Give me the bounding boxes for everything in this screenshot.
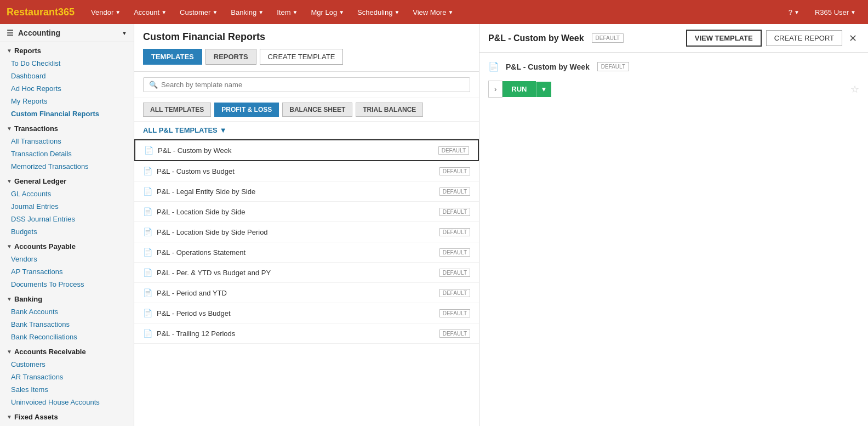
nav-account[interactable]: Account▼: [128, 5, 172, 20]
right-content-header: 📄 P&L - Custom by Week DEFAULT: [488, 61, 859, 72]
nav-vendor[interactable]: Vendor▼: [85, 5, 126, 20]
create-template-button[interactable]: CREATE TEMPLATE: [260, 49, 344, 65]
template-item-3[interactable]: 📄 P&L - Location Side by Side DEFAULT: [134, 202, 479, 222]
sidebar-item-memorized[interactable]: Memorized Transactions: [0, 160, 134, 173]
sidebar-section-gl[interactable]: ▼ General Ledger: [0, 173, 134, 188]
search-bar: 🔍: [134, 72, 479, 98]
sidebar-item-myreports[interactable]: My Reports: [0, 95, 134, 107]
template-name-9: P&L - Trailing 12 Periods: [157, 330, 435, 338]
sidebar-module-caret: ▼: [122, 30, 127, 36]
template-group-header[interactable]: ALL P&L TEMPLATES ▼: [134, 122, 479, 139]
sidebar-item-aptransactions[interactable]: AP Transactions: [0, 265, 134, 278]
document-icon: 📄: [143, 288, 152, 297]
sidebar-section-ar[interactable]: ▼ Accounts Receivable: [0, 343, 134, 358]
sidebar-section-transactions[interactable]: ▼ Transactions: [0, 120, 134, 135]
template-item-2[interactable]: 📄 P&L - Legal Entity Side by Side DEFAUL…: [134, 181, 479, 202]
tab-reports[interactable]: REPORTS: [205, 49, 256, 65]
default-badge-2: DEFAULT: [439, 188, 470, 196]
left-panel-tabs: TEMPLATES REPORTS CREATE TEMPLATE: [143, 49, 470, 65]
sidebar-item-assets[interactable]: Assets: [0, 423, 134, 426]
sidebar-item-adhoc[interactable]: Ad Hoc Reports: [0, 82, 134, 95]
sidebar-header[interactable]: ☰ Accounting ▼: [0, 24, 134, 42]
sidebar-item-alltransactions[interactable]: All Transactions: [0, 135, 134, 147]
template-item-4[interactable]: 📄 P&L - Location Side by Side Period DEF…: [134, 222, 479, 242]
sidebar-module-label: Accounting: [18, 29, 122, 37]
template-item-6[interactable]: 📄 P&L - Per. & YTD vs Budget and PY DEFA…: [134, 263, 479, 283]
nav-help[interactable]: ?▼: [783, 5, 805, 20]
sidebar-item-todo[interactable]: To Do Checklist: [0, 57, 134, 70]
template-name-4: P&L - Location Side by Side Period: [157, 228, 435, 236]
document-icon: 📄: [143, 187, 152, 196]
nav-item[interactable]: Item▼: [271, 5, 303, 20]
template-name-6: P&L - Per. & YTD vs Budget and PY: [157, 269, 435, 277]
sidebar-section-banking[interactable]: ▼ Banking: [0, 291, 134, 305]
logo[interactable]: Restaurant365: [7, 7, 75, 18]
sidebar-item-banktransactions[interactable]: Bank Transactions: [0, 318, 134, 331]
hamburger-icon[interactable]: ☰: [7, 29, 14, 37]
default-badge-7: DEFAULT: [439, 289, 470, 297]
nav-customer[interactable]: Customer▼: [174, 5, 223, 20]
sidebar-item-glaccounts[interactable]: GL Accounts: [0, 188, 134, 200]
sidebar-item-uninvoiced[interactable]: Uninvoiced House Accounts: [0, 396, 134, 408]
nav-viewmore[interactable]: View More▼: [407, 5, 459, 20]
close-button[interactable]: ✕: [847, 32, 859, 44]
template-item-0[interactable]: 📄 P&L - Custom by Week DEFAULT: [134, 139, 479, 161]
document-icon: 📄: [144, 146, 153, 155]
view-template-button[interactable]: VIEW TEMPLATE: [686, 30, 762, 47]
template-item-8[interactable]: 📄 P&L - Period vs Budget DEFAULT: [134, 303, 479, 323]
template-item-9[interactable]: 📄 P&L - Trailing 12 Periods DEFAULT: [134, 323, 479, 344]
right-panel-header: P&L - Custom by Week DEFAULT VIEW TEMPLA…: [479, 24, 868, 53]
sidebar-section-reports[interactable]: ▼ Reports: [0, 42, 134, 57]
document-icon: 📄: [143, 329, 152, 338]
search-input[interactable]: [161, 81, 464, 89]
sidebar-item-budgets[interactable]: Budgets: [0, 225, 134, 238]
sidebar-section-fixedassets[interactable]: ▼ Fixed Assets: [0, 408, 134, 423]
template-item-5[interactable]: 📄 P&L - Operations Statement DEFAULT: [134, 242, 479, 263]
default-badge-5: DEFAULT: [439, 248, 470, 257]
default-badge-3: DEFAULT: [439, 208, 470, 216]
logo-text: Restaurant: [7, 7, 58, 18]
content-area: Custom Financial Reports TEMPLATES REPOR…: [134, 24, 868, 426]
sidebar-item-vendors[interactable]: Vendors: [0, 253, 134, 265]
document-icon: 📄: [143, 248, 152, 257]
nav-banking[interactable]: Banking▼: [225, 5, 269, 20]
left-panel-title: Custom Financial Reports: [143, 31, 470, 43]
filter-trial-balance[interactable]: TRIAL BALANCE: [356, 103, 423, 117]
right-content-default-badge: DEFAULT: [597, 62, 629, 71]
search-icon: 🔍: [149, 81, 158, 89]
filter-profit-loss[interactable]: PROFIT & LOSS: [214, 103, 279, 117]
run-dropdown-button[interactable]: ▼: [536, 82, 552, 97]
template-item-7[interactable]: 📄 P&L - Period and YTD DEFAULT: [134, 283, 479, 303]
template-item-1[interactable]: 📄 P&L - Custom vs Budget DEFAULT: [134, 161, 479, 181]
run-actions: › RUN ▼ ☆: [488, 81, 859, 98]
sidebar-section-ap[interactable]: ▼ Accounts Payable: [0, 238, 134, 253]
sidebar-item-dssjournalentries[interactable]: DSS Journal Entries: [0, 213, 134, 225]
document-icon: 📄: [143, 268, 152, 277]
create-report-button[interactable]: CREATE REPORT: [766, 30, 842, 46]
default-badge-6: DEFAULT: [439, 269, 470, 277]
top-navigation: Restaurant365 Vendor▼ Account▼ Customer▼…: [0, 0, 868, 24]
sidebar-item-salesitems[interactable]: Sales Items: [0, 383, 134, 396]
sidebar-item-customers[interactable]: Customers: [0, 358, 134, 371]
sidebar-item-customfinancial[interactable]: Custom Financial Reports: [0, 107, 134, 120]
sidebar-item-bankreconciliations[interactable]: Bank Reconciliations: [0, 331, 134, 343]
logo-highlight: 365: [58, 7, 75, 18]
favorite-button[interactable]: ☆: [850, 83, 859, 95]
sidebar-item-bankaccounts[interactable]: Bank Accounts: [0, 305, 134, 318]
sidebar-scroll: ▼ Reports To Do Checklist Dashboard Ad H…: [0, 42, 134, 426]
nav-user[interactable]: R365 User▼: [809, 5, 861, 20]
sidebar-item-journalentries[interactable]: Journal Entries: [0, 200, 134, 213]
sidebar-item-artransactions[interactable]: AR Transactions: [0, 371, 134, 383]
filter-balance-sheet[interactable]: BALANCE SHEET: [282, 103, 352, 117]
sidebar-item-documentstoprocess[interactable]: Documents To Process: [0, 278, 134, 291]
nav-mgrlog[interactable]: Mgr Log▼: [305, 5, 350, 20]
expand-button[interactable]: ›: [488, 81, 502, 98]
filter-all-templates[interactable]: ALL TEMPLATES: [143, 103, 211, 117]
nav-scheduling[interactable]: Scheduling▼: [352, 5, 405, 20]
sidebar-item-transactiondetails[interactable]: Transaction Details: [0, 147, 134, 160]
search-input-wrap: 🔍: [143, 77, 470, 92]
main-layout: ☰ Accounting ▼ ▼ Reports To Do Checklist…: [0, 24, 868, 426]
tab-templates[interactable]: TEMPLATES: [143, 49, 202, 65]
run-button[interactable]: RUN: [502, 81, 535, 97]
sidebar-item-dashboard[interactable]: Dashboard: [0, 70, 134, 82]
